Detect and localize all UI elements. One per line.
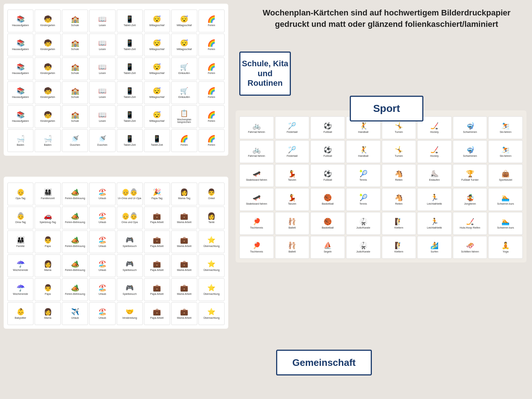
list-item: 💼Mama Arbeit (171, 278, 197, 301)
list-item: 😴Mittagsschlaf (171, 10, 197, 32)
list-item: 🩰Ballett (275, 212, 310, 235)
list-item: 💃Tanzen (275, 164, 310, 187)
list-item: 📱Tablet-Zeit (117, 129, 143, 152)
list-item: 🌈Ferien (198, 10, 225, 32)
list-item: 📖Lesen (89, 81, 115, 104)
list-item: 😴Mittagsschlaf (144, 33, 170, 56)
list-item: 📱Tablet-Zeit (117, 10, 143, 32)
list-item: 🏫Schule (62, 10, 88, 32)
list-item: 📱Tablet-Zeit (117, 33, 143, 56)
list-item: 🛁Baden (7, 129, 34, 152)
list-item: 😴Mittagsschlaf (144, 81, 170, 104)
list-item: 📚Hausaufgaben (7, 10, 34, 32)
list-item: 💼Mama Arbeit (171, 254, 197, 277)
list-item: ⛸️Eislaufen (417, 164, 452, 187)
list-item: 📚Hausaufgaben (7, 105, 34, 128)
list-item: 🩰Ballett (275, 236, 310, 259)
list-item: 🏕️Ferien-Betreuung (62, 278, 88, 301)
list-item: 📖Lesen (89, 57, 115, 80)
list-item: 🐴Reiten (382, 164, 416, 187)
list-item: 💼Papa Arbeit (144, 302, 170, 325)
list-item: 🧒Kindergarten (35, 33, 61, 56)
bottom-left-panel: 👴Opa-Tag👨‍👩‍👧‍👦Familienzeit🏕️Ferien-Betr… (4, 177, 228, 329)
list-item: 🧒Kindergarten (35, 81, 61, 104)
list-item: 🥋Judo/Karate (346, 212, 381, 235)
list-item: 🌈Ferien (198, 33, 225, 56)
list-item: 👩Mama (35, 254, 61, 277)
list-item: ⚽Fußball (310, 116, 345, 139)
list-item: 👴Opa-Tag (7, 183, 34, 205)
list-item: 🌈Ferien (198, 81, 225, 104)
list-item: 🏕️Ferien-Betreuung (62, 230, 88, 253)
list-item: 👩Mama (35, 302, 61, 325)
list-item: 👩Mama-Tag (171, 183, 197, 205)
list-item: 🏆Fußball Turnier (453, 164, 487, 187)
list-item: 🏃Leichtathletik (417, 188, 452, 211)
list-item: 👴👵Oma und Opa (117, 206, 143, 229)
list-item: ☂️Wochenende (7, 278, 34, 301)
list-item: ⭐Übernachtung (198, 302, 225, 325)
list-item: 🛷Schlitten fahren (453, 236, 487, 259)
list-item: 🚿Duschen (89, 129, 115, 152)
list-item: 🏀Basketball (310, 188, 345, 211)
list-item: 🏄Surfen (417, 236, 452, 259)
list-item: 🏫Schule (62, 33, 88, 56)
list-item: 🏫Schule (62, 81, 88, 104)
list-item: ⭐Übernachtung (198, 254, 225, 277)
list-item: 🏕️Ferien-Betreuung (62, 183, 88, 205)
list-item: 🧒Kindergarten (35, 105, 61, 128)
sport-badge: Sport (350, 96, 423, 121)
schule-label: Schule, Kita und Routinen (240, 59, 290, 88)
list-item: 🤿Schwimmen (453, 116, 487, 139)
list-item: 😴Mittagsschlaf (144, 10, 170, 32)
list-item: 💃Tanzen (275, 188, 310, 211)
list-item: ⚽Fußball (310, 164, 345, 187)
list-item: 👶Babysitter (7, 302, 34, 325)
list-item: ⛷️Ski-fahren (488, 116, 523, 139)
list-item: 🏀Basketball (310, 212, 345, 235)
gemeinschaft-badge: Gemeinschaft (276, 350, 372, 375)
list-item: 🎮Spielbesuch (117, 230, 143, 253)
list-item: 🚗Spielzeug-Tag (35, 206, 61, 229)
header-description: Wochenplan-Kärtchen sind auf hochwertige… (250, 7, 523, 30)
list-item: 🏖️Urlaub (89, 206, 115, 229)
schule-badge: Schule, Kita und Routinen (239, 52, 291, 96)
header-text: Wochenplan-Kärtchen sind auf hochwertige… (250, 7, 523, 30)
list-item: 👨Papa (35, 278, 61, 301)
list-item: 🏓Tischtennis (239, 212, 274, 235)
list-item: 😴Mittagsschlaf (171, 33, 197, 56)
list-item: 🌈Ferien (171, 129, 197, 152)
list-item: 📖Lesen (89, 33, 115, 56)
list-item: 🧗Klettern (382, 236, 416, 259)
list-item: ⭐Übernachtung (198, 230, 225, 253)
list-item: 🚿Duschen (62, 129, 88, 152)
list-item: 💼Papa Arbeit (144, 206, 170, 229)
list-item: 🎾Tennis (346, 164, 381, 187)
sport-label: Sport (373, 103, 400, 114)
list-item: 🧗Klettern (382, 212, 416, 235)
list-item: 🎮Spielbesuch (117, 254, 143, 277)
list-item: 🏊Schwimm-kurs (488, 212, 523, 235)
list-item: 🏕️Ferien-Betreuung (62, 206, 88, 229)
list-item: 🚲Fahrrad fahren (239, 116, 274, 139)
list-item: 👜Sportbeutel (488, 164, 523, 187)
list-item: 🏸Federball (275, 116, 310, 139)
list-item: 🏒Hula-Hoop Reifen (453, 212, 487, 235)
gemeinschaft-label: Gemeinschaft (292, 357, 356, 368)
list-item: 💼Papa Arbeit (144, 278, 170, 301)
list-item: 💼Mama Arbeit (171, 230, 197, 253)
list-item: 📚Hausaufgaben (7, 81, 34, 104)
list-item: ⛵Segeln (310, 236, 345, 259)
list-item: 📱Tablet-Zeit (144, 129, 170, 152)
list-item: 🏖️Urlaub (89, 183, 115, 205)
list-item: 🧒Kindergarten (35, 57, 61, 80)
list-item: 👨Onkel (198, 183, 225, 205)
list-item: 🛁Baden (35, 129, 61, 152)
list-item: ✈️Urlaub (62, 302, 88, 325)
list-item: ⭐Übernachtung (198, 278, 225, 301)
list-item: 🏫Schule (62, 57, 88, 80)
list-item: 🛒Einkaufen (171, 81, 197, 104)
list-item: 🤹Jonglieren (453, 188, 487, 211)
list-item: 🏊Schwimm-kurs (488, 188, 523, 211)
list-item: 📚Hausaufgaben (7, 57, 34, 80)
